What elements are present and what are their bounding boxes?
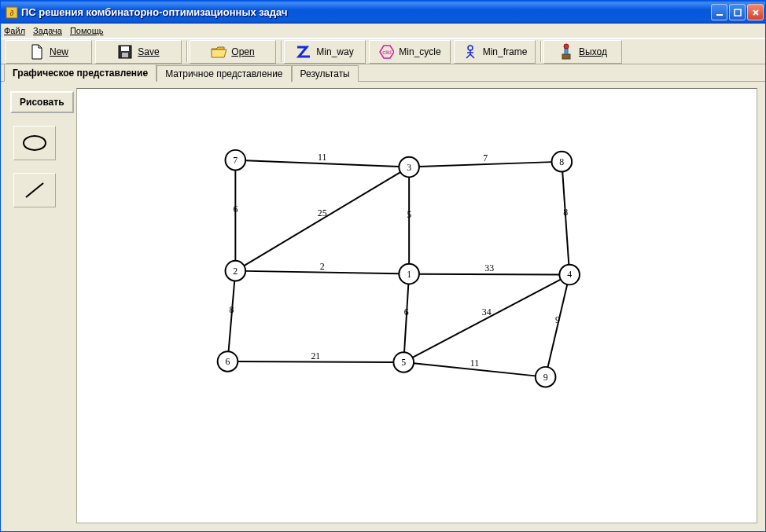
open-label: Open bbox=[231, 46, 254, 57]
open-button[interactable]: Open bbox=[190, 40, 276, 64]
tab-results[interactable]: Результаты bbox=[292, 65, 359, 82]
graph-edge bbox=[404, 284, 408, 352]
edge-weight: 11 bbox=[470, 358, 479, 369]
app-icon: ∂ bbox=[6, 6, 18, 19]
edge-weight: 6 bbox=[233, 204, 238, 215]
window-title: ПС решения комбинаторно-оптимизационных … bbox=[21, 6, 711, 18]
graph-svg: 11762558233863492111 123456789 bbox=[77, 89, 757, 523]
node-label: 8 bbox=[559, 156, 564, 167]
min-way-label: Min_way bbox=[316, 46, 353, 57]
node-label: 7 bbox=[233, 155, 238, 166]
menu-task[interactable]: Задача bbox=[33, 26, 62, 35]
side-panel: Рисовать bbox=[1, 82, 76, 531]
open-folder-icon bbox=[211, 44, 226, 60]
line-icon bbox=[21, 178, 48, 202]
exit-icon bbox=[558, 44, 574, 60]
graph-edge bbox=[562, 171, 569, 264]
edge-weight: 6 bbox=[404, 306, 409, 317]
minimize-button[interactable] bbox=[711, 4, 727, 20]
toolbar-separator bbox=[540, 41, 542, 62]
graph-edge bbox=[419, 274, 559, 275]
min-frame-label: Min_frame bbox=[483, 46, 528, 57]
edge-weight: 5 bbox=[407, 209, 411, 220]
edge-weight: 8 bbox=[563, 207, 568, 218]
close-button[interactable] bbox=[747, 4, 764, 20]
svg-rect-10 bbox=[562, 54, 570, 59]
menu-file[interactable]: Файл bbox=[4, 26, 25, 35]
new-file-icon bbox=[29, 44, 45, 60]
maximize-button[interactable] bbox=[729, 4, 746, 20]
edge-weight: 25 bbox=[318, 207, 327, 218]
svg-line-14 bbox=[26, 183, 43, 197]
node-label: 1 bbox=[407, 269, 411, 280]
svg-point-13 bbox=[24, 136, 46, 150]
node-label: 2 bbox=[233, 266, 238, 277]
save-icon bbox=[117, 44, 133, 60]
toolbar-separator bbox=[186, 41, 188, 62]
graph-edge bbox=[244, 172, 400, 266]
toolbar-separator bbox=[281, 41, 282, 62]
min-frame-button[interactable]: Min_frame bbox=[454, 40, 536, 64]
menu-help[interactable]: Помощь bbox=[70, 26, 104, 35]
node-label: 6 bbox=[226, 356, 230, 367]
node-label: 3 bbox=[407, 162, 411, 173]
new-button[interactable]: New bbox=[6, 40, 92, 64]
graph-edge bbox=[413, 280, 561, 358]
min-way-icon bbox=[296, 44, 311, 60]
toolbar: New Save Open Min_way cikl Min_cycle Min… bbox=[1, 39, 765, 64]
window-controls bbox=[711, 4, 764, 20]
svg-rect-5 bbox=[121, 46, 129, 51]
min-way-button[interactable]: Min_way bbox=[284, 40, 366, 64]
exit-button[interactable]: Выход bbox=[543, 40, 622, 64]
svg-text:cikl: cikl bbox=[383, 49, 392, 56]
new-label: New bbox=[50, 46, 68, 57]
tab-matrix[interactable]: Матричное представление bbox=[157, 65, 291, 82]
svg-rect-3 bbox=[735, 9, 741, 16]
min-cycle-label: Min_cycle bbox=[399, 46, 440, 57]
content-area: Рисовать 11762558233863492111 123456789 bbox=[1, 82, 765, 531]
graph-edge bbox=[238, 361, 393, 362]
line-tool[interactable] bbox=[13, 173, 56, 207]
exit-label: Выход bbox=[579, 46, 607, 57]
node-label: 4 bbox=[567, 270, 572, 281]
min-frame-icon bbox=[462, 44, 478, 60]
svg-point-9 bbox=[468, 46, 473, 50]
edge-weight: 7 bbox=[483, 152, 488, 163]
graph-edge bbox=[229, 281, 235, 351]
edge-weight: 8 bbox=[229, 304, 234, 315]
edge-weight: 9 bbox=[555, 314, 560, 325]
ellipse-icon bbox=[21, 134, 48, 152]
min-cycle-button[interactable]: cikl Min_cycle bbox=[369, 40, 451, 64]
edge-weight: 34 bbox=[482, 306, 492, 317]
save-button[interactable]: Save bbox=[95, 40, 182, 64]
node-label: 9 bbox=[543, 372, 548, 383]
svg-rect-2 bbox=[716, 14, 723, 16]
svg-point-12 bbox=[564, 44, 569, 49]
ellipse-tool[interactable] bbox=[13, 126, 56, 160]
draw-button[interactable]: Рисовать bbox=[10, 91, 74, 113]
menu-bar: Файл Задача Помощь bbox=[1, 24, 765, 39]
edge-weight: 21 bbox=[311, 350, 320, 361]
title-bar: ∂ ПС решения комбинаторно-оптимизационны… bbox=[1, 1, 765, 24]
graph-edge bbox=[548, 284, 568, 367]
graph-canvas[interactable]: 11762558233863492111 123456789 bbox=[76, 88, 757, 523]
edge-weight: 11 bbox=[318, 152, 326, 163]
min-cycle-icon: cikl bbox=[378, 44, 394, 60]
save-label: Save bbox=[138, 46, 159, 57]
tabs: Графическое представление Матричное пред… bbox=[1, 64, 765, 82]
edge-weight: 33 bbox=[484, 262, 494, 273]
svg-rect-6 bbox=[122, 53, 128, 57]
edge-weight: 2 bbox=[320, 261, 325, 272]
node-label: 5 bbox=[401, 357, 406, 368]
svg-text:∂: ∂ bbox=[10, 9, 14, 17]
tab-graphic[interactable]: Графическое представление bbox=[4, 64, 157, 82]
